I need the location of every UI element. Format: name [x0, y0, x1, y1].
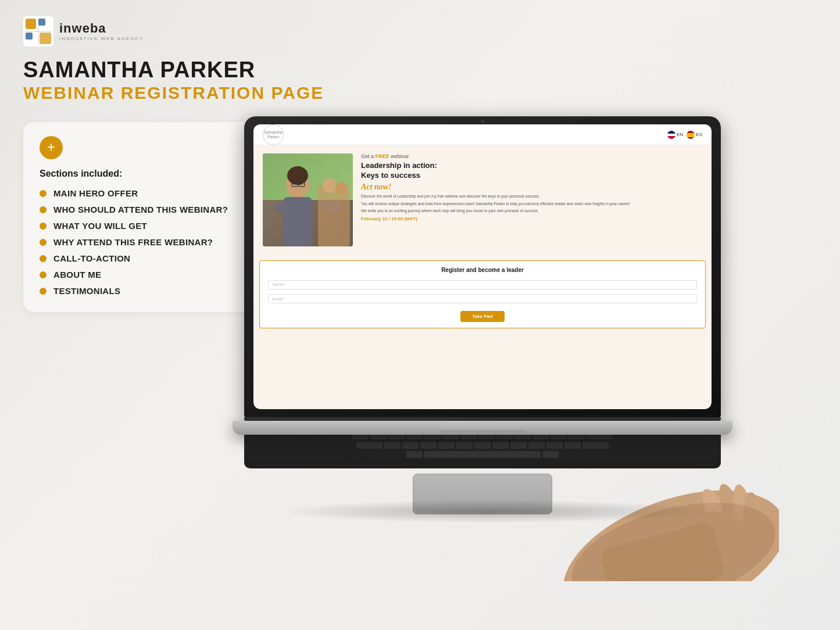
- svg-point-17: [335, 182, 347, 195]
- key: [438, 442, 455, 449]
- key: [402, 442, 419, 449]
- list-item: WHAT YOU WILL GET: [40, 221, 251, 231]
- list-item: TESTIMONIALS: [40, 286, 251, 296]
- webinar-hero-section: Get a FREE webinar Leadership in action:…: [253, 145, 712, 255]
- webinar-desc-1: Discover the world of Leadership and joi…: [361, 194, 702, 199]
- lang-en-item[interactable]: EN: [667, 131, 683, 139]
- section-label: WHY ATTEND THIS FREE WEBINAR?: [53, 237, 213, 247]
- svg-point-16: [323, 178, 337, 193]
- person-name-title: SAMANTHA PARKER: [23, 58, 324, 83]
- free-badge: Get a FREE webinar: [361, 153, 702, 159]
- svg-rect-1: [26, 19, 36, 29]
- lang-es-label: ES: [696, 132, 702, 137]
- svg-point-13: [293, 182, 295, 185]
- webinar-date: February 10 / 19:00 (MST): [361, 216, 702, 221]
- bullet-icon: [40, 255, 47, 262]
- sections-card-title: Sections included:: [40, 169, 251, 179]
- sections-list: MAIN HERO OFFER WHO SHOULD ATTEND THIS W…: [40, 188, 251, 296]
- list-item: CALL-TO-ACTION: [40, 253, 251, 263]
- list-item: MAIN HERO OFFER: [40, 188, 251, 198]
- key: [474, 442, 491, 449]
- svg-rect-2: [38, 19, 45, 26]
- key: [406, 451, 423, 458]
- section-label: WHO SHOULD ATTEND THIS WEBINAR?: [53, 205, 228, 214]
- plus-icon: +: [47, 140, 55, 154]
- laptop-scene: Samantha Parker EN ES: [244, 116, 750, 570]
- lang-es-item[interactable]: ES: [687, 131, 702, 139]
- svg-point-14: [300, 182, 302, 185]
- section-label: ABOUT ME: [53, 270, 101, 280]
- section-label: WHAT YOU WILL GET: [53, 221, 147, 231]
- bullet-icon: [40, 206, 47, 213]
- bullet-icon: [40, 288, 47, 295]
- svg-rect-4: [40, 33, 51, 44]
- key: [356, 442, 383, 449]
- brand-tagline: INNOVATIVE WEB AGENCY: [59, 36, 144, 41]
- title-section: SAMANTHA PARKER WEBINAR REGISTRATION PAG…: [23, 58, 324, 103]
- key: [384, 442, 401, 449]
- laptop-screen-content: Samantha Parker EN ES: [253, 124, 712, 409]
- bullet-icon: [40, 190, 47, 197]
- section-label: CALL-TO-ACTION: [53, 253, 130, 263]
- webinar-register-section: Register and become a leader Take Part: [259, 260, 706, 328]
- flag-es-icon: [687, 131, 695, 139]
- act-now-text: Act now!: [361, 182, 702, 192]
- email-input[interactable]: [268, 294, 697, 303]
- section-label: TESTIMONIALS: [53, 286, 120, 296]
- svg-rect-3: [26, 33, 33, 40]
- webinar-site-logo: Samantha Parker: [263, 124, 284, 145]
- page-wrapper: inweba INNOVATIVE WEB AGENCY SAMANTHA PA…: [0, 0, 840, 630]
- camera-dot: [481, 120, 484, 123]
- webinar-photo: [263, 153, 353, 246]
- take-part-button[interactable]: Take Part: [460, 311, 504, 322]
- logo-area: inweba INNOVATIVE WEB AGENCY: [23, 16, 144, 46]
- list-item: WHY ATTEND THIS FREE WEBINAR?: [40, 237, 251, 247]
- language-switcher[interactable]: EN ES: [667, 131, 702, 139]
- webinar-desc-3: We invite you to an exciting journey whe…: [361, 208, 702, 214]
- inweba-logo-icon: [23, 16, 53, 46]
- webinar-desc-2: You will receive unique strategies and t…: [361, 201, 702, 207]
- ground-shadow: [273, 500, 709, 523]
- logo-text: inweba INNOVATIVE WEB AGENCY: [59, 22, 144, 41]
- plus-button[interactable]: +: [40, 136, 63, 159]
- section-label: MAIN HERO OFFER: [53, 188, 138, 198]
- webinar-text: Get a FREE webinar Leadership in action:…: [361, 153, 702, 246]
- laptop-lid: Samantha Parker EN ES: [244, 116, 721, 418]
- svg-rect-15: [318, 185, 350, 246]
- flag-en-icon: [667, 131, 675, 139]
- bullet-icon: [40, 239, 47, 246]
- key: [456, 442, 473, 449]
- bullet-icon: [40, 223, 47, 230]
- register-title: Register and become a leader: [268, 267, 697, 273]
- lang-en-label: EN: [677, 132, 683, 137]
- bullet-icon: [40, 271, 47, 278]
- brand-name: inweba: [59, 22, 144, 35]
- list-item: ABOUT ME: [40, 270, 251, 280]
- sections-card: + Sections included: MAIN HERO OFFER WHO…: [23, 122, 267, 312]
- key: [420, 442, 437, 449]
- list-item: WHO SHOULD ATTEND THIS WEBINAR?: [40, 205, 251, 214]
- name-input[interactable]: [268, 280, 697, 289]
- page-type-title: WEBINAR REGISTRATION PAGE: [23, 83, 324, 103]
- laptop-screen-bezel: Samantha Parker EN ES: [253, 124, 712, 409]
- webinar-navbar: Samantha Parker EN ES: [253, 124, 712, 145]
- webinar-heading: Leadership in action: Keys to success: [361, 161, 702, 181]
